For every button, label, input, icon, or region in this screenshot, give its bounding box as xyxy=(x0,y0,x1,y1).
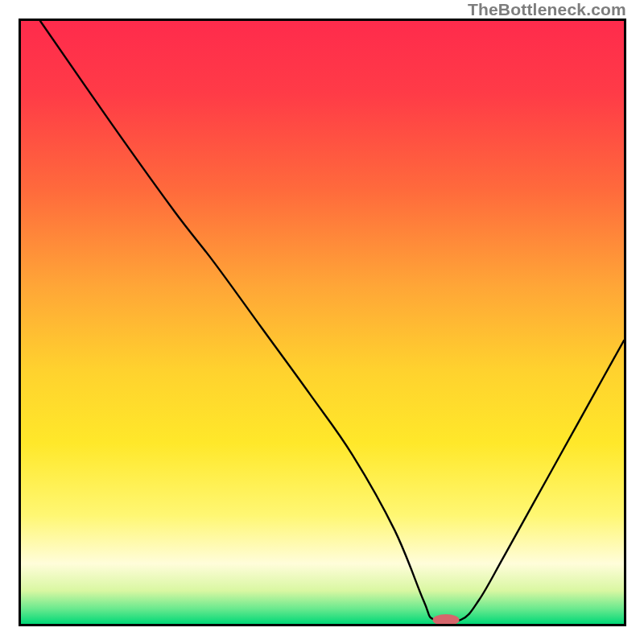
chart-frame xyxy=(19,19,626,626)
watermark-text: TheBottleneck.com xyxy=(468,0,626,19)
chart-plot xyxy=(21,21,624,624)
gradient-background xyxy=(21,21,624,624)
